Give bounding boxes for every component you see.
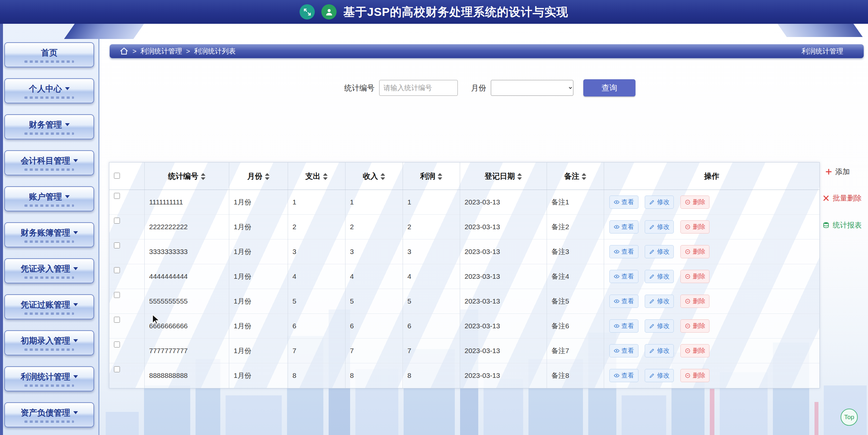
edit-button[interactable]: 修改 <box>645 195 674 209</box>
edit-button[interactable]: 修改 <box>645 245 674 258</box>
sidebar-item[interactable]: 财务管理 <box>4 114 94 139</box>
eye-icon <box>614 298 620 304</box>
breadcrumb-bar: > 利润统计管理 > 利润统计列表 利润统计管理 <box>110 44 864 58</box>
view-button[interactable]: 查看 <box>609 195 639 209</box>
report-button[interactable]: 统计报表 <box>823 220 862 230</box>
row-checkbox[interactable] <box>114 267 120 273</box>
cell-income: 4 <box>345 264 403 289</box>
minus-circle-icon <box>685 249 691 255</box>
row-checkbox[interactable] <box>114 218 120 224</box>
delete-button[interactable]: 删除 <box>680 270 709 283</box>
chevron-down-icon <box>73 375 78 378</box>
sidebar-item-label: 资产负债管理 <box>21 407 70 418</box>
breadcrumb-separator: > <box>132 47 136 55</box>
sidebar-item[interactable]: 账户管理 <box>4 186 94 211</box>
main-content: > 利润统计管理 > 利润统计列表 利润统计管理 统计编号 月份 查询 <box>98 24 868 435</box>
delete-button[interactable]: 删除 <box>680 245 709 258</box>
back-to-top-button[interactable]: Top <box>841 409 858 426</box>
home-icon[interactable] <box>120 47 128 56</box>
row-checkbox[interactable] <box>114 366 120 372</box>
edit-button[interactable]: 修改 <box>645 369 674 382</box>
add-button[interactable]: 添加 <box>825 167 850 177</box>
sidebar-item[interactable]: 凭证录入管理 <box>4 258 94 283</box>
user-icon[interactable] <box>321 4 337 20</box>
view-button[interactable]: 查看 <box>609 270 639 283</box>
header-income[interactable]: 收入 <box>345 162 403 190</box>
row-checkbox[interactable] <box>114 317 120 323</box>
row-checkbox[interactable] <box>114 292 120 298</box>
sidebar-item[interactable]: 财务账簿管理 <box>4 222 94 247</box>
cell-income: 1 <box>345 190 403 215</box>
header-note[interactable]: 备注 <box>547 162 604 190</box>
breadcrumb-item[interactable]: 利润统计管理 <box>141 46 182 56</box>
cell-code: 2222222222 <box>144 215 229 240</box>
cell-date: 2023-03-13 <box>460 339 547 363</box>
view-button[interactable]: 查看 <box>609 220 639 234</box>
edit-button[interactable]: 修改 <box>645 294 674 308</box>
view-button[interactable]: 查看 <box>609 344 639 358</box>
view-button[interactable]: 查看 <box>609 319 639 333</box>
row-checkbox[interactable] <box>114 193 120 199</box>
sidebar-item[interactable]: 个人中心 <box>4 78 94 103</box>
eye-icon <box>614 373 620 378</box>
cell-actions: 查看 修改 删除 <box>604 314 819 339</box>
page: 基于JSP的高校财务处理系统的设计与实现 首页 个人中心 财务管理 会计科目管理 <box>0 0 868 435</box>
button-dots-decoration <box>25 168 74 171</box>
button-dots-decoration <box>25 96 74 99</box>
cell-profit: 8 <box>403 363 460 388</box>
sidebar-item-label: 首页 <box>41 47 58 58</box>
cell-date: 2023-03-13 <box>460 240 547 264</box>
edit-button[interactable]: 修改 <box>645 344 674 358</box>
view-button[interactable]: 查看 <box>609 245 639 258</box>
sidebar-item[interactable]: 凭证过账管理 <box>4 294 94 319</box>
cell-profit: 5 <box>403 289 460 314</box>
number-input[interactable] <box>379 80 458 96</box>
sidebar-item[interactable]: 利润统计管理 <box>4 366 94 392</box>
button-dots-decoration <box>25 276 74 279</box>
data-table-container: 统计编号 月份 支出 收入 利润 登记日期 备注 操作 1111111111 1… <box>109 162 820 389</box>
view-button[interactable]: 查看 <box>609 294 639 308</box>
sidebar-item[interactable]: 资产负债管理 <box>4 402 94 427</box>
sort-icon <box>380 173 385 180</box>
header-expense[interactable]: 支出 <box>288 162 345 190</box>
row-select-cell <box>109 215 144 240</box>
edit-button[interactable]: 修改 <box>645 270 674 283</box>
cell-note: 备注3 <box>547 240 604 264</box>
cell-note: 备注2 <box>547 215 604 240</box>
chevron-down-icon <box>73 231 78 234</box>
sidebar-item[interactable]: 首页 <box>4 42 94 67</box>
cell-note: 备注7 <box>547 339 604 363</box>
data-table: 统计编号 月份 支出 收入 利润 登记日期 备注 操作 1111111111 1… <box>109 162 819 388</box>
row-checkbox[interactable] <box>114 342 120 347</box>
cell-income: 2 <box>345 215 403 240</box>
delete-button[interactable]: 删除 <box>680 369 709 382</box>
delete-button[interactable]: 删除 <box>680 220 709 234</box>
delete-button[interactable]: 删除 <box>680 294 709 308</box>
view-button[interactable]: 查看 <box>609 369 639 382</box>
sort-icon <box>323 173 328 180</box>
header-profit[interactable]: 利润 <box>403 162 460 190</box>
edit-button[interactable]: 修改 <box>645 220 674 234</box>
minus-circle-icon <box>685 298 691 304</box>
sidebar-item[interactable]: 会计科目管理 <box>4 150 94 176</box>
sidebar-item[interactable]: 初期录入管理 <box>4 330 94 355</box>
delete-button[interactable]: 删除 <box>680 344 709 358</box>
delete-button[interactable]: 删除 <box>680 195 709 209</box>
row-select-cell <box>109 289 144 314</box>
query-button[interactable]: 查询 <box>583 79 636 96</box>
month-select[interactable] <box>491 80 574 96</box>
x-icon <box>823 194 830 202</box>
header-code[interactable]: 统计编号 <box>144 162 229 190</box>
table-row: 5555555555 1月份 5 5 5 2023-03-13 备注5 查看 修… <box>109 289 819 314</box>
row-checkbox[interactable] <box>114 243 120 248</box>
header-month[interactable]: 月份 <box>229 162 288 190</box>
batch-delete-button[interactable]: 批量删除 <box>823 193 862 203</box>
row-select-cell <box>109 190 144 215</box>
breadcrumb-item[interactable]: 利润统计列表 <box>194 46 236 56</box>
edit-button[interactable]: 修改 <box>645 319 674 333</box>
cell-month: 1月份 <box>229 314 288 339</box>
expand-icon[interactable] <box>300 4 315 20</box>
delete-button[interactable]: 删除 <box>680 319 709 333</box>
header-date[interactable]: 登记日期 <box>460 162 547 190</box>
select-all-checkbox[interactable] <box>114 173 120 179</box>
